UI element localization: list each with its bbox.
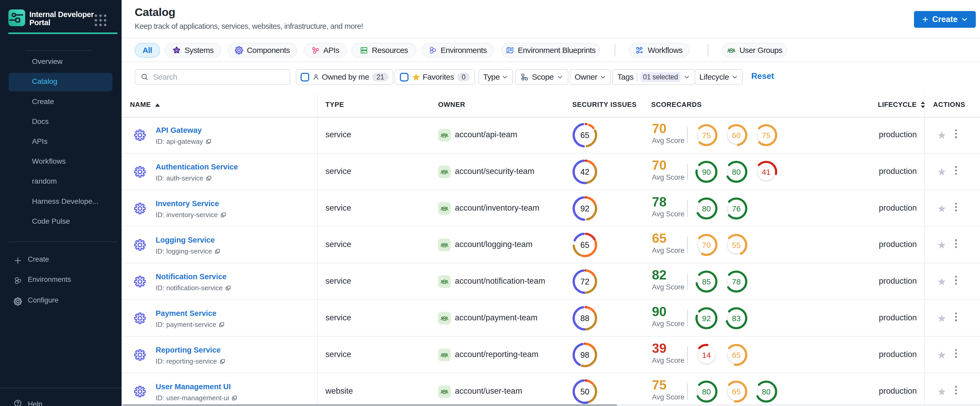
svg-text:98: 98	[581, 350, 589, 359]
svg-text:55: 55	[732, 241, 740, 249]
svg-text:80: 80	[762, 387, 770, 396]
svg-text:76: 76	[732, 204, 740, 213]
svg-text:75: 75	[762, 131, 770, 140]
svg-text:90: 90	[702, 167, 711, 176]
svg-text:85: 85	[702, 278, 711, 286]
svg-text:92: 92	[702, 314, 711, 323]
svg-text:14: 14	[702, 350, 711, 359]
svg-text:65: 65	[581, 131, 589, 140]
svg-text:78: 78	[732, 278, 740, 286]
svg-text:65: 65	[732, 350, 740, 359]
svg-text:41: 41	[762, 167, 770, 176]
svg-text:50: 50	[581, 387, 589, 396]
svg-text:72: 72	[581, 277, 589, 286]
svg-text:88: 88	[581, 314, 589, 323]
svg-text:42: 42	[581, 167, 589, 176]
svg-text:65: 65	[732, 387, 740, 396]
svg-text:70: 70	[702, 241, 711, 249]
svg-text:83: 83	[732, 314, 740, 323]
svg-text:75: 75	[702, 131, 711, 140]
svg-text:80: 80	[732, 167, 740, 176]
svg-text:80: 80	[702, 204, 711, 213]
svg-text:92: 92	[581, 204, 589, 213]
svg-text:65: 65	[581, 241, 589, 250]
svg-text:60: 60	[732, 131, 740, 140]
svg-text:80: 80	[702, 387, 711, 396]
